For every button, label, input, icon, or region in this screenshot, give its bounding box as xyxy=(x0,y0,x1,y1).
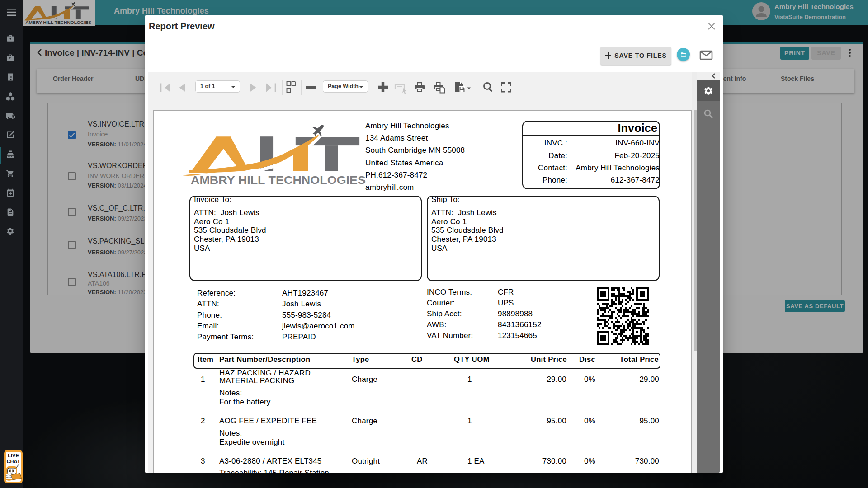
svg-text:AMBRY HILL TECHNOLOGIES: AMBRY HILL TECHNOLOGIES xyxy=(191,174,366,186)
